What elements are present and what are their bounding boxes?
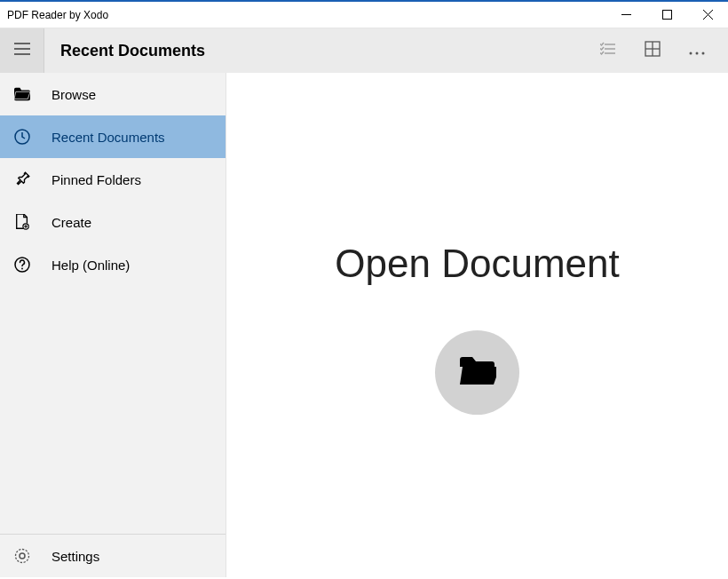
folder-icon bbox=[12, 86, 32, 102]
svg-point-13 bbox=[690, 52, 692, 55]
page-title: Recent Documents bbox=[60, 42, 586, 60]
sidebar-item-label: Settings bbox=[51, 549, 99, 564]
toolbar: Recent Documents bbox=[0, 28, 728, 73]
sidebar-item-browse[interactable]: Browse bbox=[0, 73, 226, 115]
minimize-button[interactable] bbox=[605, 2, 646, 28]
open-document-heading: Open Document bbox=[335, 242, 619, 286]
sidebar-item-pinned[interactable]: Pinned Folders bbox=[0, 158, 226, 201]
sidebar-item-label: Help (Online) bbox=[51, 258, 130, 273]
help-icon bbox=[12, 257, 32, 273]
close-button[interactable] bbox=[687, 2, 728, 28]
svg-point-15 bbox=[702, 52, 705, 55]
pin-icon bbox=[12, 171, 32, 187]
sidebar-items: Browse Recent Documents Pinned Folders C… bbox=[0, 73, 226, 534]
view-list-button[interactable] bbox=[586, 28, 630, 73]
sidebar-item-label: Create bbox=[51, 215, 91, 230]
content: Browse Recent Documents Pinned Folders C… bbox=[0, 73, 728, 577]
grid-view-icon bbox=[645, 41, 661, 60]
clock-icon bbox=[12, 129, 32, 145]
close-icon bbox=[703, 7, 713, 23]
sidebar-item-create[interactable]: Create bbox=[0, 201, 226, 243]
open-document-button[interactable] bbox=[435, 330, 519, 415]
sidebar-item-label: Browse bbox=[51, 87, 96, 102]
window-controls bbox=[605, 2, 728, 28]
more-button[interactable] bbox=[675, 28, 719, 73]
hamburger-icon bbox=[14, 43, 30, 59]
more-icon bbox=[689, 43, 705, 59]
gear-icon bbox=[12, 548, 32, 564]
minimize-icon bbox=[621, 7, 631, 23]
svg-point-22 bbox=[21, 268, 23, 270]
sidebar-item-label: Pinned Folders bbox=[51, 172, 141, 187]
titlebar: PDF Reader by Xodo bbox=[0, 2, 728, 28]
view-grid-button[interactable] bbox=[630, 28, 675, 73]
sidebar-item-settings[interactable]: Settings bbox=[0, 535, 226, 577]
folder-open-icon bbox=[459, 356, 496, 390]
list-view-icon bbox=[600, 41, 616, 60]
sidebar: Browse Recent Documents Pinned Folders C… bbox=[0, 73, 226, 577]
svg-point-24 bbox=[20, 553, 25, 559]
svg-point-14 bbox=[696, 52, 699, 55]
svg-point-23 bbox=[16, 550, 29, 563]
toolbar-actions bbox=[586, 28, 728, 73]
create-file-icon bbox=[12, 214, 32, 230]
sidebar-item-recent[interactable]: Recent Documents bbox=[0, 115, 226, 158]
svg-rect-1 bbox=[662, 10, 671, 19]
maximize-button[interactable] bbox=[646, 2, 687, 28]
sidebar-footer: Settings bbox=[0, 534, 226, 577]
sidebar-item-help[interactable]: Help (Online) bbox=[0, 243, 226, 286]
menu-toggle-button[interactable] bbox=[0, 28, 44, 73]
maximize-icon bbox=[662, 7, 672, 23]
window-title: PDF Reader by Xodo bbox=[7, 9, 605, 21]
sidebar-item-label: Recent Documents bbox=[51, 130, 165, 145]
main-area: Open Document bbox=[226, 73, 728, 577]
